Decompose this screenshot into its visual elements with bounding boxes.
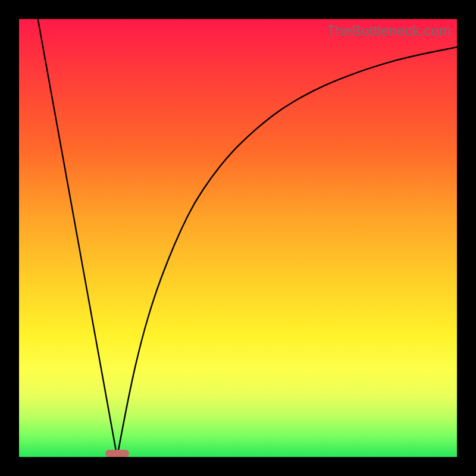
bottleneck-curve <box>38 19 457 457</box>
chart-frame: TheBottleneck.com <box>0 0 476 476</box>
plot-area: TheBottleneck.com <box>19 19 457 457</box>
minimum-marker <box>105 450 129 457</box>
curve-svg <box>19 19 457 457</box>
